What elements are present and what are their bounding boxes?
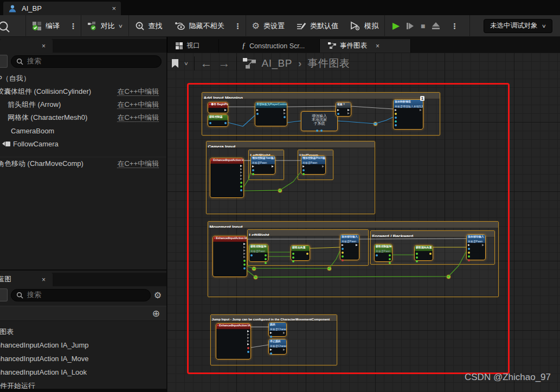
pin-exech[interactable] xyxy=(482,244,484,246)
pin-exech[interactable] xyxy=(247,337,249,339)
hide-unrelated-button[interactable]: 隐藏不相关 xyxy=(169,21,230,31)
pin-exec[interactable] xyxy=(468,244,470,246)
pin-green[interactable] xyxy=(240,182,242,184)
pin-green[interactable] xyxy=(468,255,470,258)
pin-exec[interactable] xyxy=(256,109,259,111)
pin-green[interactable] xyxy=(292,260,294,262)
pin-red[interactable] xyxy=(342,259,344,261)
pin-green[interactable] xyxy=(389,262,391,264)
pin-exec[interactable] xyxy=(337,109,339,111)
pin-green[interactable] xyxy=(292,256,294,259)
component-row[interactable]: AI_BP（自我） xyxy=(0,72,166,85)
node-stop-jumping[interactable]: 停止跳跃目标是Character xyxy=(268,339,287,355)
pin-exech[interactable] xyxy=(240,178,242,180)
pin-exech[interactable] xyxy=(247,340,249,342)
reroute-node[interactable] xyxy=(254,275,258,279)
pin-yellow[interactable] xyxy=(468,252,470,254)
pin-green[interactable] xyxy=(240,185,242,188)
pin-exech[interactable] xyxy=(283,332,285,334)
blueprint-list-item[interactable]: EnhancedInputAction IA_Move xyxy=(0,352,166,365)
play-options-menu[interactable]: ⋮ xyxy=(447,22,462,30)
pin-exech[interactable] xyxy=(240,168,242,170)
pin-exech[interactable] xyxy=(243,256,246,258)
stop-button[interactable]: ■ xyxy=(421,22,425,30)
pin-green[interactable] xyxy=(265,258,267,260)
pin-blue[interactable] xyxy=(247,351,249,353)
node-get-forward-vector[interactable]: 获取前向向量 xyxy=(414,245,433,261)
pin-yellow[interactable] xyxy=(342,252,344,254)
pin-green[interactable] xyxy=(416,253,418,255)
hide-unrelated-options-menu[interactable]: ⋮ xyxy=(230,22,246,30)
pin-exech[interactable] xyxy=(247,333,249,336)
reroute-node[interactable] xyxy=(278,189,282,192)
blueprint-list-item[interactable]: EnhancedInputAction IA_Look xyxy=(0,365,166,379)
pin-yellow[interactable] xyxy=(395,113,397,115)
my-blueprint-tab[interactable]: 蓝图 × xyxy=(0,273,53,286)
pin-blue[interactable] xyxy=(250,254,253,256)
pin-blue[interactable] xyxy=(337,113,339,115)
pin-green[interactable] xyxy=(389,258,391,260)
pin-exec[interactable] xyxy=(247,343,249,345)
pin-yellow[interactable] xyxy=(429,253,432,255)
components-tab[interactable]: × xyxy=(0,39,53,53)
pin-exec[interactable] xyxy=(252,165,254,168)
reroute-node[interactable] xyxy=(252,267,256,271)
pin-blue[interactable] xyxy=(302,169,305,171)
breadcrumb-root[interactable]: AI_BP xyxy=(262,57,292,69)
pin-exec[interactable] xyxy=(302,165,305,168)
pin-blue[interactable] xyxy=(376,254,378,256)
edit-in-cpp-link[interactable]: 在C++中编辑 xyxy=(117,88,159,96)
pin-blue[interactable] xyxy=(243,267,246,269)
pin-green[interactable] xyxy=(243,260,246,262)
pin-exech[interactable] xyxy=(322,165,324,168)
debug-object-dropdown[interactable]: 未选中调试对象 ∨ xyxy=(484,19,552,33)
component-row[interactable]: FollowCamera xyxy=(0,137,166,150)
pin-blue[interactable] xyxy=(316,130,318,132)
component-row[interactable]: 胶囊体组件 (CollisionCylinder)在C++中编辑 xyxy=(0,85,166,98)
node-add-controller-pitch[interactable]: 增加控制器Pitch输入目标是Pawn xyxy=(301,156,326,175)
pin-blue[interactable] xyxy=(284,116,286,118)
diff-button[interactable]: 对比 ∨ xyxy=(81,21,128,31)
event-graph-canvas[interactable]: ∨ ← → AI_BP › 事件图表 Add Input MappingCame… xyxy=(167,53,560,392)
node-jump[interactable]: 跳跃目标是Character xyxy=(268,322,287,337)
pin-blue[interactable] xyxy=(224,122,227,124)
add-component-button-clipped[interactable] xyxy=(0,55,8,68)
class-settings-button[interactable]: ⚙ 类设置 xyxy=(246,21,291,31)
pin-blue[interactable] xyxy=(320,130,323,132)
pin-green[interactable] xyxy=(389,254,391,256)
close-icon[interactable]: × xyxy=(112,4,116,12)
forward-arrow-icon[interactable]: → xyxy=(218,57,230,69)
pin-blue[interactable] xyxy=(395,124,397,126)
reroute-node[interactable] xyxy=(374,122,377,126)
pin-exech[interactable] xyxy=(243,249,246,252)
play-button[interactable]: ▶ xyxy=(392,21,400,30)
breadcrumb-current[interactable]: 事件图表 xyxy=(307,56,350,70)
node-event-ia-look[interactable]: EnhancedInputAction IA_Look xyxy=(210,158,244,198)
node-enhanced-input-subsystem[interactable]: 增强输入 本地玩家 子系统 xyxy=(301,111,338,131)
component-row[interactable]: 网格体 (CharacterMesh0)在C++中编辑 xyxy=(0,111,166,124)
pin-blue[interactable] xyxy=(468,248,470,250)
pin-exec[interactable] xyxy=(224,109,227,111)
pin-red[interactable] xyxy=(247,347,249,349)
pin-blue[interactable] xyxy=(209,122,211,124)
pin-exech[interactable] xyxy=(240,171,242,173)
pin-green[interactable] xyxy=(302,173,305,175)
back-arrow-icon[interactable]: ← xyxy=(201,57,213,69)
pin-green[interactable] xyxy=(416,260,418,262)
edit-in-cpp-link[interactable]: 在C++中编辑 xyxy=(117,114,159,122)
pin-blue[interactable] xyxy=(395,117,397,119)
pin-exech[interactable] xyxy=(347,112,350,114)
node-get-control-rotation-2[interactable]: 获取控制旋转目标是Pawn xyxy=(374,244,392,262)
components-search-input[interactable]: 搜索 xyxy=(11,55,162,68)
pin-exec[interactable] xyxy=(243,243,246,245)
pin-green[interactable] xyxy=(292,253,294,255)
pin-exec[interactable] xyxy=(270,349,272,351)
close-icon[interactable]: × xyxy=(376,42,379,50)
pin-exech[interactable] xyxy=(240,175,242,177)
my-blueprint-search-input[interactable]: 搜索 xyxy=(11,289,151,301)
pin-exec[interactable] xyxy=(240,165,242,167)
node-get-right-vector[interactable]: 获取右向量 xyxy=(291,245,310,261)
pin-red[interactable] xyxy=(468,259,470,261)
compile-options-menu[interactable]: ⋮ xyxy=(66,22,81,30)
node-get-control-rotation-1[interactable]: 获取控制旋转目标是Pawn xyxy=(249,244,268,262)
